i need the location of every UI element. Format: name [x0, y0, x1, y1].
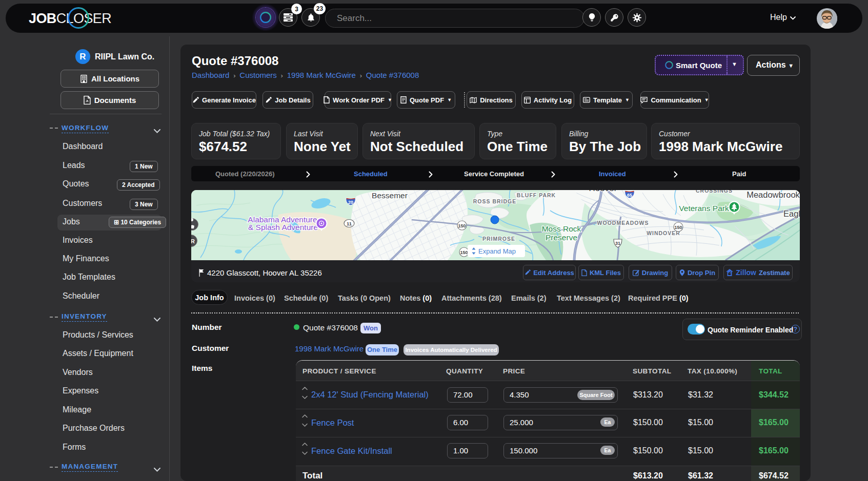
svg-text:CROSSINGS: CROSSINGS [696, 190, 733, 194]
svg-text:11: 11 [347, 221, 352, 226]
svg-text:Hoover: Hoover [589, 190, 617, 193]
svg-text:& Splash Adventure: & Splash Adventure [248, 223, 318, 232]
svg-text:WOODMEADOWS: WOODMEADOWS [597, 220, 649, 226]
svg-text:Bessemer: Bessemer [372, 191, 408, 200]
svg-text:Moss Rock: Moss Rock [542, 224, 581, 233]
svg-text:Eagle: Eagle [783, 209, 800, 218]
svg-text:WINDOVER: WINDOVER [647, 230, 680, 236]
svg-text:150: 150 [460, 250, 468, 255]
svg-text:65: 65 [627, 193, 632, 198]
svg-text:BLUFF PARK: BLUFF PARK [517, 192, 556, 198]
svg-text:ROSS BRIDGE: ROSS BRIDGE [473, 198, 517, 204]
svg-text:PRIMROSE: PRIMROSE [482, 236, 515, 242]
svg-text:20: 20 [348, 200, 353, 205]
svg-text:Preserve: Preserve [546, 233, 577, 242]
svg-text:R: R [191, 238, 195, 244]
svg-text:150: 150 [674, 225, 682, 230]
svg-text:Meadowbrook: Meadowbrook [746, 190, 800, 199]
svg-text:Expand Map: Expand Map [478, 247, 516, 255]
svg-text:150: 150 [458, 223, 466, 228]
svg-text:31: 31 [615, 241, 620, 246]
svg-text:Veterans Park: Veterans Park [679, 204, 729, 213]
